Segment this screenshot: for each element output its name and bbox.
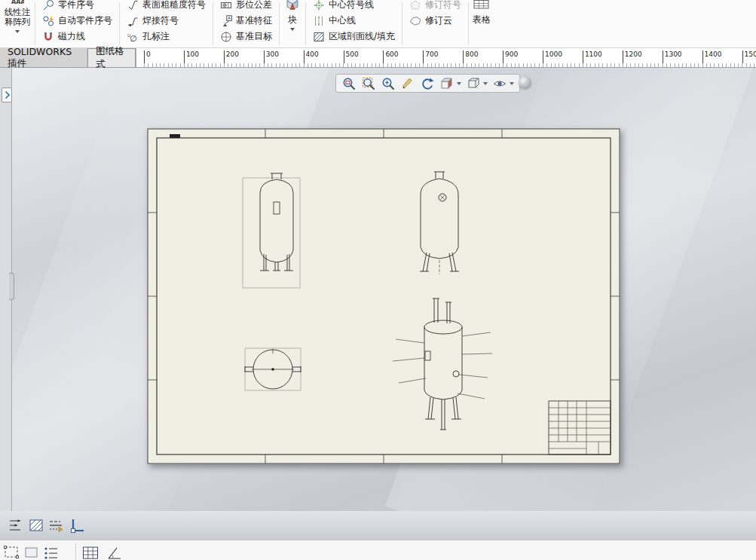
document-tab-bar: SOLIDWORKS 插件 图纸格式 010020030040050060070… — [0, 48, 756, 68]
revision-symbol-icon — [409, 0, 422, 11]
ruler-tick: 100 — [184, 50, 199, 63]
weld-symbol-button[interactable]: 焊接符号 — [124, 13, 209, 29]
linear-note-pattern-label-2: 释阵列 — [5, 17, 31, 27]
rotate-view-icon[interactable] — [420, 76, 435, 91]
tab-solidworks-addins[interactable]: SOLIDWORKS 插件 — [0, 48, 87, 67]
svg-text:AAA: AAA — [11, 0, 24, 5]
ribbon-group-datums: 形位公差 A 基准特征 基准目标 — [213, 0, 279, 47]
ribbon-group-revisions: 修订符号 修订云 — [402, 0, 468, 47]
ruler-tick: 700 — [423, 50, 438, 63]
corner-bracket-icon[interactable] — [68, 516, 86, 534]
edit-appearance-icon[interactable] — [519, 76, 531, 89]
magnetic-line-label: 磁力线 — [58, 30, 85, 43]
solidworks-window: AAA 线性注 释阵列 零件序号 自动零件序号 磁力线 — [0, 0, 756, 560]
bottom-toolbar — [0, 540, 756, 560]
rect-icon[interactable] — [23, 544, 41, 560]
center-mark-label: 中心符号线 — [329, 0, 374, 11]
hole-callout-label: 孔标注 — [142, 30, 170, 43]
ruler-tick: 1500 — [742, 50, 756, 63]
ribbon-group-centerlines: 中心符号线 中心线 区域剖面线/填充 — [306, 0, 402, 47]
ruler-tick: 500 — [344, 50, 359, 63]
svg-text:A: A — [290, 5, 295, 11]
magnetic-line-button[interactable]: 磁力线 — [39, 29, 115, 44]
ruler-tick: 900 — [503, 50, 518, 63]
dropdown-caret-icon[interactable] — [290, 28, 295, 31]
dropdown-caret-icon[interactable] — [15, 30, 20, 33]
zoom-to-area-icon[interactable] — [361, 76, 376, 91]
datum-feature-button[interactable]: A 基准特征 — [217, 13, 275, 29]
ruler-tick: 200 — [224, 50, 239, 63]
line-arrows-icon[interactable] — [6, 516, 24, 534]
auto-balloon-icon — [42, 15, 55, 27]
sheet-corner-mark — [170, 134, 180, 138]
3d-drawing-view-icon[interactable] — [439, 76, 455, 91]
datum-target-icon — [220, 31, 233, 43]
datum-target-button[interactable]: 基准目标 — [217, 29, 275, 44]
line-style-icon[interactable] — [47, 516, 65, 534]
panel-splitter-grip[interactable] — [9, 273, 14, 300]
datum-target-label: 基准目标 — [236, 30, 272, 43]
ruler-tick: 1400 — [702, 50, 722, 63]
center-mark-button[interactable]: 中心符号线 — [310, 0, 398, 13]
ribbon-button-linear-note-pattern[interactable]: AAA 线性注 释阵列 — [0, 0, 35, 47]
datum-feature-label: 基准特征 — [236, 14, 272, 27]
revision-symbol-button[interactable]: 修订符号 — [406, 0, 464, 13]
dropdown-caret-icon[interactable] — [457, 82, 461, 85]
hatch-pattern-icon[interactable] — [27, 516, 45, 534]
tables-label: 表格 — [473, 14, 491, 26]
auto-balloon-button[interactable]: 自动零件序号 — [39, 13, 115, 29]
block-icon: A — [283, 0, 301, 12]
item-list-icon[interactable] — [42, 544, 60, 560]
chevron-right-icon — [4, 90, 11, 99]
dropdown-caret-icon[interactable] — [483, 82, 488, 85]
ruler-tick: 1200 — [623, 50, 642, 63]
ruler-tick: 300 — [264, 50, 279, 63]
area-hatch-button[interactable]: 区域剖面线/填充 — [310, 29, 398, 44]
ribbon-group-balloons: 零件序号 自动零件序号 磁力线 — [35, 0, 119, 47]
weld-symbol-icon — [127, 15, 139, 27]
centerline-label: 中心线 — [329, 14, 356, 27]
ruler-tick: 1000 — [543, 50, 562, 63]
table-icon — [473, 0, 491, 12]
ruler: 0100200300400500600700800900100011001200… — [136, 48, 756, 67]
drawing-sheet[interactable] — [147, 128, 620, 464]
surface-finish-icon — [127, 0, 139, 11]
balloon-icon — [42, 0, 55, 11]
geometric-tolerance-button[interactable]: 形位公差 — [217, 0, 275, 13]
ribbon-group-symbols: 表面粗糙度符号 焊接符号 U∅ 孔标注 — [120, 0, 213, 47]
zoom-in-out-icon[interactable] — [381, 76, 396, 91]
hole-callout-button[interactable]: U∅ 孔标注 — [124, 29, 209, 44]
line-format-toolbar — [0, 511, 756, 540]
dashed-rect-icon[interactable] — [3, 544, 21, 560]
svg-text:A: A — [228, 16, 231, 20]
block-button[interactable]: A 块 — [280, 0, 305, 47]
tables-button[interactable]: 表格 — [469, 0, 494, 47]
geometric-tolerance-label: 形位公差 — [236, 0, 272, 11]
hide-show-items-icon[interactable] — [492, 76, 507, 91]
surface-finish-button[interactable]: 表面粗糙度符号 — [124, 0, 209, 13]
ruler-tick: 1300 — [663, 50, 682, 63]
angle-measure-icon[interactable] — [106, 544, 124, 560]
grid-table-icon[interactable] — [81, 544, 99, 560]
tab-sheet-format[interactable]: 图纸格式 — [87, 48, 136, 67]
surface-finish-label: 表面粗糙度符号 — [142, 0, 206, 11]
dropdown-caret-icon[interactable] — [510, 82, 514, 85]
area-hatch-label: 区域剖面线/填充 — [329, 30, 395, 43]
centerline-button[interactable]: 中心线 — [310, 13, 398, 29]
revision-cloud-label: 修订云 — [425, 14, 452, 27]
area-hatch-icon — [313, 31, 326, 43]
revision-cloud-button[interactable]: 修订云 — [406, 13, 464, 29]
tab-label: SOLIDWORKS 插件 — [8, 46, 79, 70]
edit-sheet-format-icon[interactable] — [400, 76, 415, 91]
centerline-icon — [313, 15, 326, 27]
drawing-viewport[interactable] — [0, 68, 756, 511]
balloon-button[interactable]: 零件序号 — [39, 0, 115, 13]
ruler-tick: 600 — [383, 50, 398, 63]
zoom-to-fit-icon[interactable] — [341, 76, 357, 91]
datum-feature-icon: A — [220, 15, 233, 27]
ruler-tick: 800 — [463, 50, 478, 63]
expand-panel-button[interactable] — [2, 87, 12, 103]
view-orientation-icon[interactable] — [466, 76, 481, 91]
balloon-label: 零件序号 — [58, 0, 94, 11]
ruler-tick: 400 — [304, 50, 319, 63]
